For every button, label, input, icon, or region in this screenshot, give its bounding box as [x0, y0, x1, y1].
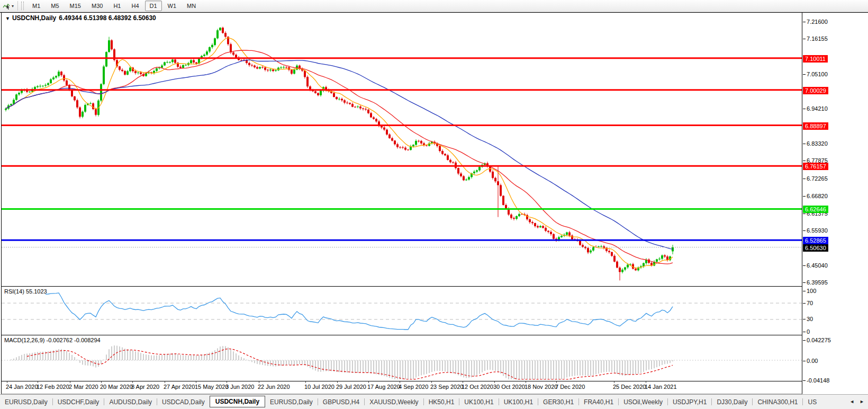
timeframe-button-mn[interactable]: MN [182, 1, 201, 11]
rsi-panel[interactable]: RSI(14) 55.1023 [2, 287, 802, 335]
chart-tab-usdcnh-daily[interactable]: USDCNH,Daily [210, 396, 265, 407]
chart-tab-usoil-weekly[interactable]: USOil,Weekly [619, 396, 667, 408]
tab-scroll-right-icon[interactable]: ► [857, 397, 867, 406]
main-chart-panel[interactable]: ▼USDCNH,Daily6.49344 6.51398 6.48392 6.5… [2, 13, 802, 287]
chart-workspace: ▼USDCNH,Daily6.49344 6.51398 6.48392 6.5… [0, 12, 868, 394]
level-price-badge: 7.00029 [803, 87, 828, 94]
date-tick-mark [337, 381, 338, 383]
chart-tabs-bar: EURUSD,DailyUSDCHF,DailyAUDUSD,DailyUSDC… [0, 394, 868, 409]
chart-tab-eurusd-daily[interactable]: EURUSD,Daily [0, 396, 52, 408]
timeframe-button-h4[interactable]: H4 [126, 1, 143, 11]
toolbar-separator [17, 1, 18, 11]
price-axis-label: 6.55930 [807, 227, 828, 234]
date-tick-mark [526, 381, 526, 383]
date-axis-label: 29 Jul 2020 [336, 384, 366, 390]
chart-tab-china300-h1[interactable]: CHINA300,H1 [753, 396, 802, 408]
date-tick-mark [368, 381, 369, 383]
date-axis-label: 18 Nov 2020 [525, 384, 557, 390]
date-tick-mark [305, 381, 306, 383]
macd-axis-label: 0.042275 [807, 337, 831, 343]
level-price-badge: 7.10011 [803, 55, 828, 63]
date-axis-label: 14 Jan 2021 [645, 384, 677, 390]
date-tick-mark [646, 381, 646, 383]
date-axis-label: 7 Dec 2020 [555, 384, 585, 390]
chart-tab-xauusd-weekly[interactable]: XAUUSD,Weekly [365, 396, 423, 408]
date-axis-label: 4 Sep 2020 [399, 384, 428, 390]
timeframe-button-m30[interactable]: M30 [87, 1, 107, 11]
chart-tab-eurusd-daily[interactable]: EURUSD,Daily [265, 396, 318, 408]
timeframe-button-d1[interactable]: D1 [145, 1, 162, 11]
toolbar-grip [21, 2, 24, 10]
chart-tab-ger30-h1[interactable]: GER30,H1 [538, 396, 578, 408]
mt4-window: ▾ M1M5M15M30H1H4D1W1MN ▼USDCNH,Daily6.49… [0, 0, 868, 409]
chart-tab-usdjpy-h1[interactable]: USDJPY,H1 [668, 396, 711, 408]
tool-dropdown-caret-icon[interactable]: ▾ [12, 4, 14, 8]
rsi-axis-label: 100 [807, 288, 816, 294]
date-tick-mark [70, 381, 70, 383]
chart-tab-usdcad-daily[interactable]: USDCAD,Daily [157, 396, 210, 408]
tab-scroll-left-icon[interactable]: ◄ [847, 397, 857, 406]
date-tick-mark [38, 381, 38, 383]
date-tick-mark [196, 381, 196, 383]
chart-title: ▼USDCNH,Daily6.49344 6.51398 6.48392 6.5… [5, 14, 156, 22]
current-price-badge: 6.50630 [803, 244, 828, 252]
chart-symbol-label: USDCNH,Daily [12, 14, 56, 22]
timeframe-button-w1[interactable]: W1 [163, 1, 182, 11]
date-axis-label: 15 May 2020 [195, 384, 229, 390]
timeframe-button-h1[interactable]: H1 [108, 1, 125, 11]
date-tick-mark [556, 381, 557, 383]
price-axis-label: 6.39595 [807, 279, 828, 286]
date-tick-mark [132, 381, 133, 383]
price-axis-label: 6.72265 [807, 175, 828, 182]
timeframe-button-m15[interactable]: M15 [65, 1, 86, 11]
rsi-axis-label: 0 [807, 328, 810, 335]
date-tick-mark [165, 381, 165, 383]
date-tick-mark [7, 381, 7, 383]
price-axis-label: 6.66820 [807, 193, 828, 199]
rsi-label: RSI(14) 55.1023 [4, 288, 47, 295]
ma-fast-line [6, 38, 673, 268]
date-tick-mark [101, 381, 102, 383]
date-axis-label: 10 Jul 2020 [304, 384, 334, 390]
date-axis-label: 2 Mar 2020 [69, 384, 98, 390]
chart-tab-us[interactable]: US [803, 396, 821, 408]
macd-chart[interactable] [2, 335, 802, 380]
price-axis: 7.216007.161557.051006.942106.833206.778… [803, 13, 868, 394]
price-axis-label: 6.45040 [807, 262, 828, 269]
level-price-badge: 6.52865 [803, 237, 828, 244]
chart-tab-usdchf-daily[interactable]: USDCHF,Daily [53, 396, 104, 408]
date-axis-label: 30 Oct 2020 [493, 384, 525, 390]
chart-tab-hk50-h1[interactable]: HK50,H1 [424, 396, 459, 408]
date-axis-label: 27 Apr 2020 [164, 384, 195, 390]
macd-panel[interactable]: MACD(12,26,9) -0.002762 -0.008294 [2, 335, 802, 381]
chart-tab-uk100-h1[interactable]: UK100,H1 [459, 396, 498, 408]
date-tick-mark [494, 381, 495, 383]
date-axis-label: 3 Jun 2020 [225, 384, 254, 390]
top-toolbar: ▾ M1M5M15M30H1H4D1W1MN [0, 0, 868, 12]
candlestick-chart[interactable] [2, 13, 802, 286]
date-tick-mark [463, 381, 463, 383]
collapse-caret-icon[interactable]: ▼ [5, 16, 10, 21]
chart-tab-fra40-h1[interactable]: FRA40,H1 [579, 396, 618, 408]
timeframe-button-m1[interactable]: M1 [28, 1, 45, 11]
chart-tab-dj30-daily[interactable]: DJ30,Daily [712, 396, 752, 408]
rsi-axis-label: 70 [807, 300, 813, 306]
date-axis-label: 17 Aug 2020 [367, 384, 400, 390]
tab-scroll-nav: ◄► [844, 394, 867, 409]
chart-tab-uk100-h1[interactable]: UK100,H1 [499, 396, 538, 408]
date-axis: 24 Jan 202012 Feb 20202 Mar 202020 Mar 2… [2, 381, 802, 394]
chart-panels: ▼USDCNH,Daily6.49344 6.51398 6.48392 6.5… [1, 13, 802, 394]
timeframe-buttons: M1M5M15M30H1H4D1W1MN [27, 0, 201, 12]
date-tick-mark [431, 381, 432, 383]
rsi-axis-label: 30 [807, 316, 813, 322]
price-axis-label: 7.21600 [807, 19, 828, 25]
date-tick-mark [400, 381, 400, 383]
timeframe-button-m5[interactable]: M5 [46, 1, 64, 11]
chart-tab-audusd-daily[interactable]: AUDUSD,Daily [104, 396, 157, 408]
rsi-chart[interactable] [2, 287, 802, 334]
date-axis-label: 24 Jan 2020 [6, 384, 38, 390]
ma-mid-line [6, 50, 673, 264]
chart-tab-gbpusd-h4[interactable]: GBPUSD,H4 [318, 396, 364, 408]
rsi-line [46, 293, 673, 330]
chart-cursor-icon[interactable] [2, 2, 11, 10]
